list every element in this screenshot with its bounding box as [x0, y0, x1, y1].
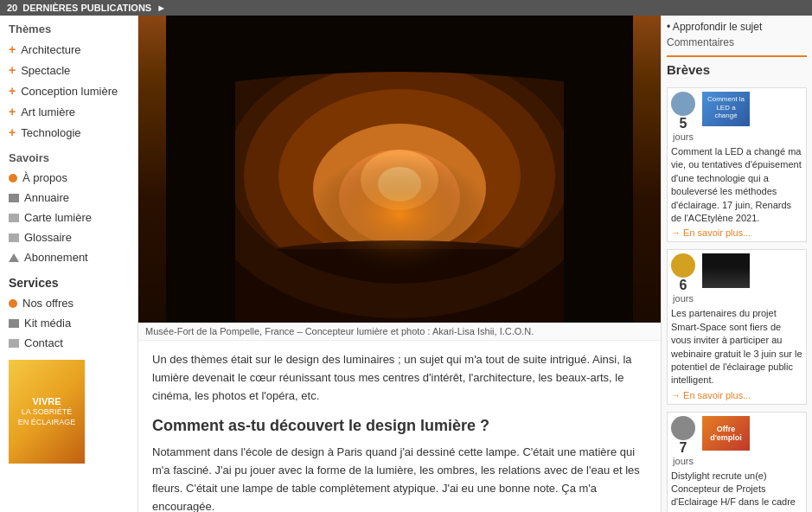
svg-point-13: [270, 111, 529, 284]
plus-icon: +: [9, 105, 16, 118]
approfondir-label: • Approfondir le sujet: [667, 21, 762, 33]
media-icon: [9, 319, 19, 328]
sidebar-item-kit-media[interactable]: Kit média: [0, 313, 137, 333]
breve-header: 7 jours Offre d'emploi: [671, 416, 802, 466]
sidebar-item-label: Spectacle: [21, 64, 70, 77]
sidebar-item-label: Nos offres: [22, 297, 74, 310]
image-caption: Musée-Fort de la Pompelle, France – Conc…: [138, 323, 661, 341]
top-bar: 20 DERNIÈRES PUBLICATIONS ►: [0, 0, 812, 16]
sidebar-item-apropos[interactable]: À propos: [0, 168, 137, 188]
breve-thumbnail-led: Comment la LED a changé: [702, 92, 750, 126]
article-intro: Un des thèmes était sur le design des lu…: [152, 351, 647, 405]
plus-icon: +: [9, 63, 16, 77]
breve-header: 5 jours Comment la LED a changé: [671, 92, 802, 142]
sidebar-item-label: Glossaire: [24, 231, 72, 244]
approfondir-link[interactable]: • Approfondir le sujet: [667, 21, 807, 33]
sidebar-item-spectacle[interactable]: + Spectacle: [0, 60, 137, 80]
plus-icon: +: [9, 42, 16, 56]
breve-thumbnail-road: [702, 253, 750, 288]
sidebar-item-glossaire[interactable]: Glossaire: [0, 227, 137, 247]
breve-text: Comment la LED a changé ma vie, ou tenta…: [671, 145, 802, 225]
breve-text: Les partenaires du projet Smart-Space so…: [671, 307, 802, 387]
arrow-icon: ►: [157, 3, 166, 13]
themes-title: Thèmes: [0, 16, 137, 39]
breve-more-link[interactable]: En savoir plus...: [671, 227, 802, 238]
breve-avatar: [671, 92, 695, 116]
contact-icon: [9, 339, 19, 348]
breve-days: 7 jours: [673, 440, 694, 466]
sidebar-item-label: Conception lumière: [21, 85, 118, 98]
right-sidebar: • Approfondir le sujet Commentaires Brèv…: [661, 16, 812, 512]
article-body: Un des thèmes était sur le design des lu…: [138, 341, 661, 512]
sidebar-item-carte-lumiere[interactable]: Carte lumière: [0, 208, 137, 227]
article-image-container: Musée-Fort de la Pompelle, France – Conc…: [138, 16, 661, 341]
grid-icon: [9, 194, 19, 202]
breve-item-3: 7 jours Offre d'emploi Distylight recrut…: [667, 412, 807, 512]
sidebar-item-label: Technologie: [21, 126, 80, 139]
map-icon: [9, 214, 19, 222]
sidebar-item-label: Art lumière: [21, 106, 75, 118]
breve-header: 6 jours: [671, 253, 802, 304]
breve-item-1: 5 jours Comment la LED a changé Comment …: [667, 87, 807, 242]
breve-days: 5 jours: [673, 116, 694, 142]
commentaires-link[interactable]: Commentaires: [667, 36, 807, 48]
sidebar-item-label: Abonnement: [24, 251, 88, 264]
sidebar-item-label: Architecture: [21, 43, 80, 56]
sidebar-item-architecture[interactable]: + Architecture: [0, 39, 137, 60]
sidebar-item-label: À propos: [22, 171, 67, 184]
breve-text: Distylight recrute un(e) Concepteur de P…: [671, 470, 802, 512]
breve-more-link[interactable]: En savoir plus...: [671, 390, 802, 400]
sidebar-item-technologie[interactable]: + Technologie: [0, 122, 137, 143]
sidebar-item-art-lumiere[interactable]: + Art lumière: [0, 101, 137, 122]
sidebar-item-label: Kit média: [24, 317, 71, 330]
sidebar-item-label: Carte lumière: [24, 211, 92, 224]
article-heading: Comment as-tu découvert le design lumièr…: [152, 417, 647, 435]
sidebar-item-label: Contact: [24, 336, 63, 349]
triangle-icon: [9, 253, 19, 262]
sidebar-item-nos-offres[interactable]: Nos offres: [0, 293, 137, 313]
plus-icon: +: [9, 84, 16, 98]
dot-icon: [9, 299, 17, 308]
sidebar-book[interactable]: VIVRE LA SOBRIÉTÉ EN ÉCLAIRAGE: [0, 353, 137, 470]
sidebar-item-contact[interactable]: Contact: [0, 333, 137, 353]
breve-thumbnail-job: Offre d'emploi: [702, 416, 750, 451]
publication-label: DERNIÈRES PUBLICATIONS: [22, 3, 151, 13]
left-sidebar: Thèmes + Architecture + Spectacle + Conc…: [0, 16, 138, 512]
plus-icon: +: [9, 125, 16, 139]
article-paragraph: Notamment dans l'école de design à Paris…: [152, 444, 647, 512]
sidebar-item-conception-lumiere[interactable]: + Conception lumière: [0, 80, 137, 101]
breve-avatar: [671, 253, 695, 278]
breve-days: 6 jours: [673, 278, 694, 304]
breve-item-2: 6 jours Les partenaires du projet Smart-…: [667, 249, 807, 404]
sidebar-item-abonnement[interactable]: Abonnement: [0, 247, 137, 267]
breve-avatar: [671, 416, 695, 440]
article-image: [138, 16, 661, 323]
book-icon: [9, 234, 19, 242]
main-content: Musée-Fort de la Pompelle, France – Conc…: [138, 16, 661, 512]
publication-count: 20: [7, 3, 17, 13]
sidebar-item-label: Annuaire: [24, 191, 69, 204]
book-cover: VIVRE LA SOBRIÉTÉ EN ÉCLAIRAGE: [9, 360, 85, 464]
breves-title: Brèves: [667, 55, 807, 82]
services-title: Services: [0, 267, 137, 293]
savoirs-title: Savoirs: [0, 143, 137, 168]
sidebar-item-annuaire[interactable]: Annuaire: [0, 188, 137, 208]
dot-icon: [9, 174, 17, 182]
